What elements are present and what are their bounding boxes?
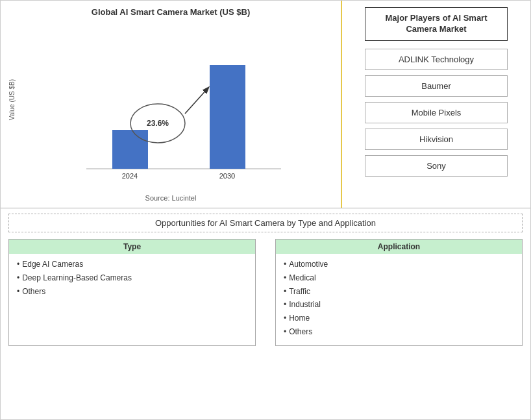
chart-area: Value (US $B) 2024 2030 23.6% — [7, 21, 334, 191]
app-bullet-2: • — [284, 287, 286, 296]
app-item-0: •Automotive — [284, 259, 514, 270]
chart-title: Global AI Smart Camera Market (US $B) — [7, 7, 334, 17]
app-item-1: •Medical — [284, 273, 514, 284]
app-item-3: •Industrial — [284, 299, 514, 310]
players-title: Major Players of AI Smart Camera Market — [365, 7, 508, 41]
opportunities-box: Opportunities for AI Smart Camera by Typ… — [8, 214, 523, 232]
type-item-0: •Edge AI Cameras — [17, 259, 247, 270]
app-bullet-5: • — [284, 327, 286, 336]
bullet-0: • — [17, 260, 19, 269]
type-item-1: •Deep Learning-Based Cameras — [17, 273, 247, 284]
player-item-1: Baumer — [365, 75, 508, 97]
type-header: Type — [9, 240, 255, 254]
application-header: Application — [276, 240, 522, 254]
app-item-4: •Home — [284, 313, 514, 324]
players-section: Major Players of AI Smart Camera Market … — [342, 1, 530, 208]
bottom-section: Opportunities for AI Smart Camera by Typ… — [1, 208, 530, 419]
annotation-arrow — [185, 88, 208, 114]
player-item-4: Sony — [365, 155, 508, 177]
player-item-0: ADLINK Technology — [365, 49, 508, 70]
y-axis-label: Value (US $B) — [8, 79, 16, 120]
source-text: Source: Lucintel — [7, 194, 334, 202]
app-item-2: •Traffic — [284, 286, 514, 297]
chart-section: Global AI Smart Camera Market (US $B) Va… — [1, 1, 342, 208]
app-bullet-4: • — [284, 314, 286, 323]
app-bullet-0: • — [284, 260, 286, 269]
bullet-1: • — [17, 273, 19, 282]
bullet-2: • — [17, 287, 19, 296]
player-item-2: Mobile Pixels — [365, 102, 508, 123]
application-box: Application •Automotive •Medical •Traffi… — [275, 239, 523, 346]
bottom-grid: Type •Edge AI Cameras •Deep Learning-Bas… — [8, 239, 523, 346]
annotation-text: 23.6% — [147, 119, 169, 128]
top-section: Global AI Smart Camera Market (US $B) Va… — [1, 1, 530, 208]
app-bullet-3: • — [284, 300, 286, 309]
bar-2030 — [210, 65, 245, 169]
app-item-5: •Others — [284, 327, 514, 338]
type-item-2: •Others — [17, 286, 247, 297]
app-bullet-1: • — [284, 273, 286, 282]
chart-svg: 2024 2030 23.6% — [60, 49, 294, 191]
bar-2024-label: 2024 — [122, 172, 138, 180]
player-item-3: Hikvision — [365, 129, 508, 150]
type-box: Type •Edge AI Cameras •Deep Learning-Bas… — [8, 239, 256, 346]
bar-2024 — [112, 130, 148, 169]
main-container: Global AI Smart Camera Market (US $B) Va… — [0, 0, 531, 420]
opportunities-title: Opportunities for AI Smart Camera by Typ… — [16, 218, 515, 228]
bar-2030-label: 2030 — [219, 172, 235, 180]
